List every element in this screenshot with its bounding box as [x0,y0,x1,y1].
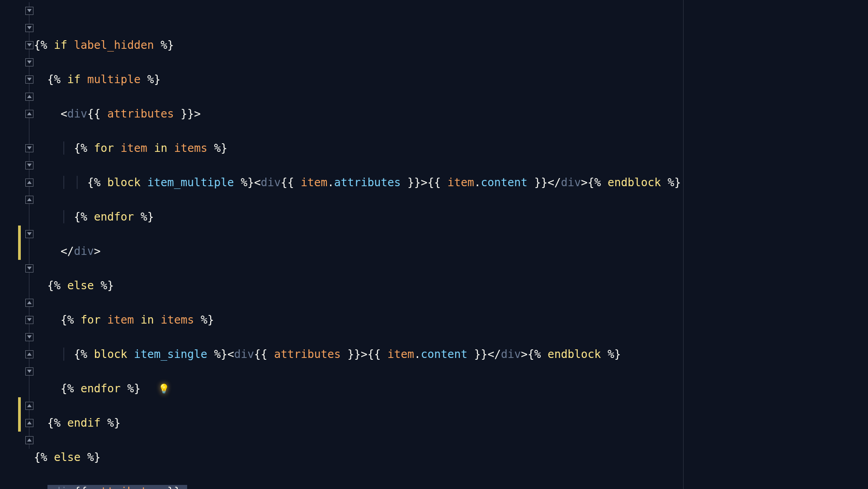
code-line[interactable]: {% else %} [34,277,868,294]
fold-open-icon[interactable] [25,264,33,273]
code-line[interactable]: │ {% for item in items %} [34,140,868,157]
code-line[interactable]: │ {% block item_single %}<div{{ attribut… [34,346,868,363]
code-line[interactable]: {% if multiple %} [34,71,868,88]
block-name: item_multiple [147,176,234,189]
modification-marker [18,397,21,432]
fold-close-icon[interactable] [25,93,33,101]
fold-close-icon[interactable] [25,436,33,444]
fold-open-icon[interactable] [25,75,33,84]
fold-open-icon[interactable] [25,24,33,32]
fold-close-icon[interactable] [25,402,33,410]
code-line[interactable]: {% if label_hidden %} [34,37,868,54]
twig-delim: %} [160,38,174,52]
fold-close-icon[interactable] [25,419,33,427]
fold-open-icon[interactable] [25,161,33,169]
fold-open-icon[interactable] [25,333,33,341]
fold-close-icon[interactable] [25,299,33,307]
fold-open-icon[interactable] [25,367,33,376]
code-line[interactable]: <div{{ attributes }}> [34,483,868,489]
fold-open-icon[interactable] [25,41,33,49]
modification-marker [18,226,21,260]
code-line[interactable]: {% else %} [34,449,868,466]
fold-open-icon[interactable] [25,230,33,238]
code-line[interactable]: │ │ {% block item_multiple %}<div{{ item… [34,174,868,191]
keyword-if: if [54,38,67,52]
fold-open-icon[interactable] [25,7,33,15]
code-area[interactable]: {% if label_hidden %} {% if multiple %} … [34,2,868,489]
twig-delim: {% [34,38,47,52]
fold-close-icon[interactable] [25,350,33,358]
lightbulb-icon[interactable]: 💡 [158,380,170,397]
fold-open-icon[interactable] [25,144,33,152]
code-line[interactable]: <div{{ attributes }}> [34,105,868,122]
fold-close-icon[interactable] [25,179,33,187]
fold-close-icon[interactable] [25,196,33,204]
code-line[interactable]: </div> [34,243,868,260]
fold-close-icon[interactable] [25,110,33,118]
fold-open-icon[interactable] [25,58,33,66]
fold-open-icon[interactable] [25,316,33,324]
code-line[interactable]: {% for item in items %} [34,311,868,329]
variable: label_hidden [74,38,154,52]
code-line[interactable]: │ {% endfor %} [34,208,868,226]
code-line[interactable]: {% endif %} [34,414,868,432]
